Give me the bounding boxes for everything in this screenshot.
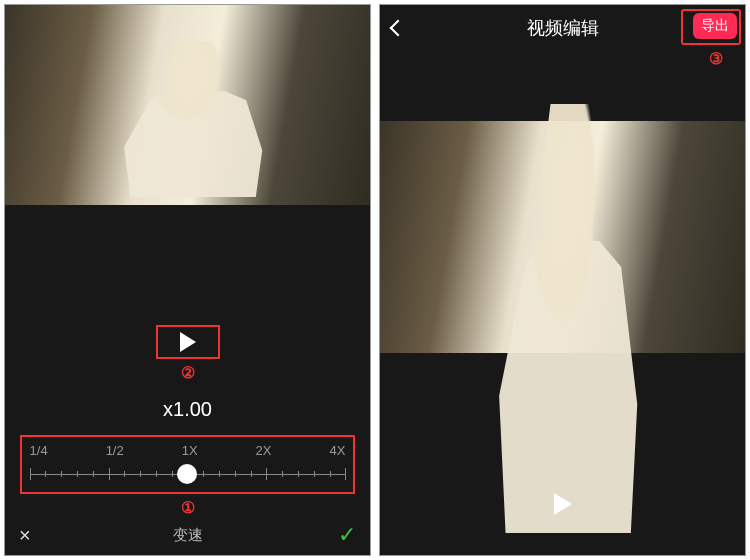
speed-editor-screen: ② x1.00 1/4 1/2 1X 2X 4X (4, 4, 371, 556)
topbar: 视频编辑 导出 (380, 5, 745, 51)
cancel-button[interactable]: × (19, 524, 31, 547)
speed-value-label: x1.00 (163, 398, 212, 421)
video-subject-figure (115, 41, 276, 197)
tick-label: 4X (329, 443, 345, 458)
play-icon (554, 493, 572, 515)
slider-track[interactable] (30, 464, 346, 484)
speed-slider[interactable]: 1/4 1/2 1X 2X 4X (20, 435, 356, 494)
tick-label: 1X (182, 443, 198, 458)
tick-label: 2X (256, 443, 272, 458)
tick-label: 1/2 (106, 443, 124, 458)
video-edit-screen: 视频编辑 导出 ③ (379, 4, 746, 556)
play-button[interactable] (554, 493, 572, 515)
footer-title: 变速 (173, 526, 203, 545)
back-button[interactable] (390, 20, 407, 37)
video-preview (380, 121, 745, 353)
play-button[interactable] (156, 325, 220, 359)
speed-footer: × 变速 ✓ (5, 515, 370, 555)
annotation-play-number: ② (181, 363, 195, 382)
slider-knob[interactable] (177, 464, 197, 484)
page-title: 视频编辑 (527, 16, 599, 40)
export-button[interactable]: 导出 (693, 13, 737, 39)
video-preview (5, 5, 370, 205)
speed-tick-labels: 1/4 1/2 1X 2X 4X (30, 443, 346, 458)
play-icon (180, 332, 196, 352)
tick-label: 1/4 (30, 443, 48, 458)
confirm-button[interactable]: ✓ (338, 522, 356, 548)
speed-controls: ② x1.00 1/4 1/2 1X 2X 4X (5, 205, 370, 555)
video-subject-figure (490, 104, 651, 533)
annotation-export-number: ③ (709, 49, 723, 68)
